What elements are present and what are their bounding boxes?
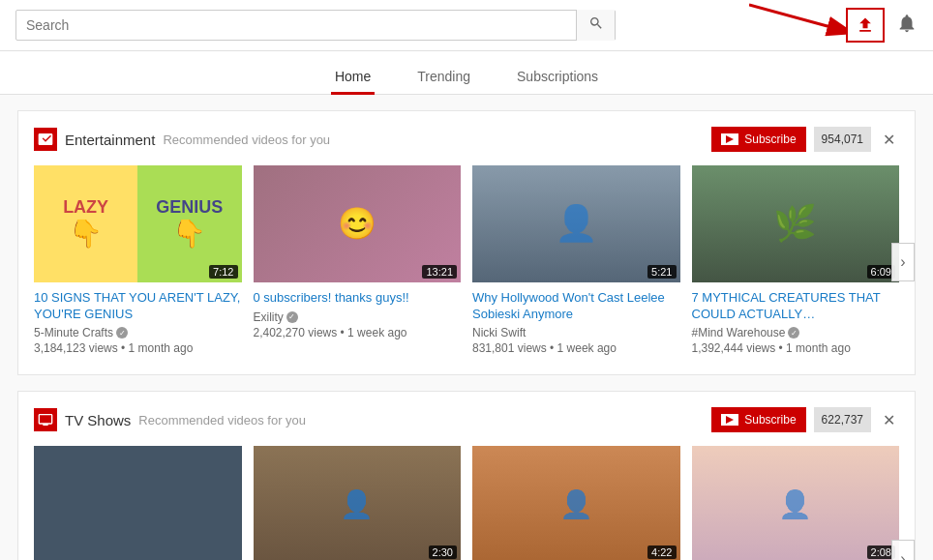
video-card[interactable]: 👤 2:08 Caitlyn Jenner Reveals She No Lon… xyxy=(692,446,900,560)
section-tvshows: TV Shows Recommended videos for you Subs… xyxy=(17,391,916,560)
upload-button[interactable] xyxy=(846,8,885,43)
video-duration: 4:22 xyxy=(647,545,676,559)
video-title: 7 MYTHICAL CREATURES THAT COULD ACTUALLY… xyxy=(692,290,900,323)
header-right xyxy=(846,8,918,43)
video-meta: 831,801 views • 1 week ago xyxy=(472,341,680,355)
close-button-tvshows[interactable]: ✕ xyxy=(879,411,899,429)
video-title: 0 subscribers! thanks guys!! xyxy=(254,290,462,307)
video-meta: 2,402,270 views • 1 week ago xyxy=(254,326,462,339)
nav-tabs: Home Trending Subscriptions xyxy=(0,51,933,95)
notification-bell-icon[interactable] xyxy=(896,13,918,39)
video-info: Why Hollywood Won't Cast Leelee Sobieski… xyxy=(472,282,680,360)
video-duration: 13:21 xyxy=(422,265,457,279)
thumbnail: LAZY 👇 GENIUS 👇 7:12 xyxy=(34,165,242,282)
main-content: Entertainment Recommended videos for you… xyxy=(2,110,931,560)
section-title-tvshows: TV Shows xyxy=(65,412,131,428)
video-card[interactable]: 👤 2:30 Woman Addicted to Exercise Works … xyxy=(254,446,462,560)
video-duration: 7:12 xyxy=(209,265,237,279)
video-info: 0 subscribers! thanks guys!! Exility ✓ 2… xyxy=(254,282,462,343)
verified-icon: ✓ xyxy=(116,327,128,339)
video-card[interactable]: 🌿 6:09 7 MYTHICAL CREATURES THAT COULD A… xyxy=(692,165,900,359)
thumbnail: 👤 2:08 xyxy=(692,446,900,560)
thumb-label-lazy: LAZY xyxy=(63,197,108,218)
tab-home[interactable]: Home xyxy=(331,61,375,95)
subscribe-button-tvshows[interactable]: Subscribe xyxy=(711,407,805,432)
video-meta: 3,184,123 views • 1 month ago xyxy=(34,341,242,355)
video-duration: 2:30 xyxy=(429,545,457,559)
video-title: 10 SIGNS THAT YOU AREN'T LAZY, YOU'RE GE… xyxy=(34,290,242,323)
search-bar xyxy=(15,10,616,41)
video-grid-tvshows: NEW 👥 40:01 20/20 Sleeping With The Enem… xyxy=(34,446,899,560)
thumbnail: 😊 13:21 xyxy=(254,165,462,282)
next-chevron-entertainment[interactable]: › xyxy=(891,243,915,281)
header xyxy=(0,0,933,51)
verified-icon: ✓ xyxy=(788,327,799,339)
video-card[interactable]: NEW 👥 40:01 20/20 Sleeping With The Enem… xyxy=(34,446,242,560)
section-header-entertainment: Entertainment Recommended videos for you… xyxy=(34,127,899,152)
video-channel: 5-Minute Crafts ✓ xyxy=(34,326,242,339)
video-title: Why Hollywood Won't Cast Leelee Sobieski… xyxy=(472,290,680,323)
subscribe-button-entertainment[interactable]: Subscribe xyxy=(711,127,805,152)
entertainment-icon xyxy=(34,128,57,151)
subscriber-count-tvshows: 622,737 xyxy=(814,407,871,432)
youtube-icon xyxy=(721,414,738,426)
video-card[interactable]: 😊 13:21 0 subscribers! thanks guys!! Exi… xyxy=(254,165,462,359)
video-grid-entertainment: LAZY 👇 GENIUS 👇 7:12 10 SIGNS THAT YOU A… xyxy=(34,165,899,359)
video-card[interactable]: 👤 4:22 Red Hair Chick Gone Crazy Beyond … xyxy=(472,446,680,560)
thumb-label-genius: GENIUS xyxy=(156,197,223,218)
svg-line-1 xyxy=(749,5,856,34)
video-card[interactable]: LAZY 👇 GENIUS 👇 7:12 10 SIGNS THAT YOU A… xyxy=(34,165,242,359)
search-input[interactable] xyxy=(16,17,576,33)
tvshows-icon xyxy=(34,408,57,431)
next-chevron-tvshows[interactable]: › xyxy=(891,540,915,560)
section-header-tvshows: TV Shows Recommended videos for you Subs… xyxy=(34,407,899,432)
thumbnail: 👤 5:21 xyxy=(472,165,680,282)
close-button-entertainment[interactable]: ✕ xyxy=(879,131,899,149)
section-title-entertainment: Entertainment xyxy=(65,132,155,148)
section-subtitle-tvshows: Recommended videos for you xyxy=(138,413,306,427)
video-info: 10 SIGNS THAT YOU AREN'T LAZY, YOU'RE GE… xyxy=(34,282,242,360)
verified-icon: ✓ xyxy=(286,311,298,323)
video-card[interactable]: 👤 5:21 Why Hollywood Won't Cast Leelee S… xyxy=(472,165,680,359)
thumbnail: 👤 2:30 xyxy=(254,446,462,560)
video-duration: 5:21 xyxy=(647,265,676,279)
subscriber-count-entertainment: 954,071 xyxy=(814,127,871,152)
video-channel: Nicki Swift xyxy=(472,326,680,339)
video-info: 7 MYTHICAL CREATURES THAT COULD ACTUALLY… xyxy=(692,282,900,360)
video-meta: 1,392,444 views • 1 month ago xyxy=(692,341,900,355)
tab-subscriptions[interactable]: Subscriptions xyxy=(513,61,602,95)
section-actions-tvshows: Subscribe 622,737 ✕ xyxy=(711,407,899,432)
section-subtitle-entertainment: Recommended videos for you xyxy=(163,133,330,147)
video-channel: #Mind Warehouse ✓ xyxy=(692,326,900,339)
tab-trending[interactable]: Trending xyxy=(413,61,474,95)
section-actions-entertainment: Subscribe 954,071 ✕ xyxy=(711,127,899,152)
thumbnail: 🌿 6:09 xyxy=(692,165,900,282)
section-entertainment: Entertainment Recommended videos for you… xyxy=(17,110,916,375)
youtube-icon xyxy=(721,133,738,145)
video-channel: Exility ✓ xyxy=(254,310,462,324)
search-button[interactable] xyxy=(576,10,615,41)
thumbnail: 👤 4:22 xyxy=(472,446,680,560)
thumbnail: NEW 👥 40:01 xyxy=(34,446,242,560)
